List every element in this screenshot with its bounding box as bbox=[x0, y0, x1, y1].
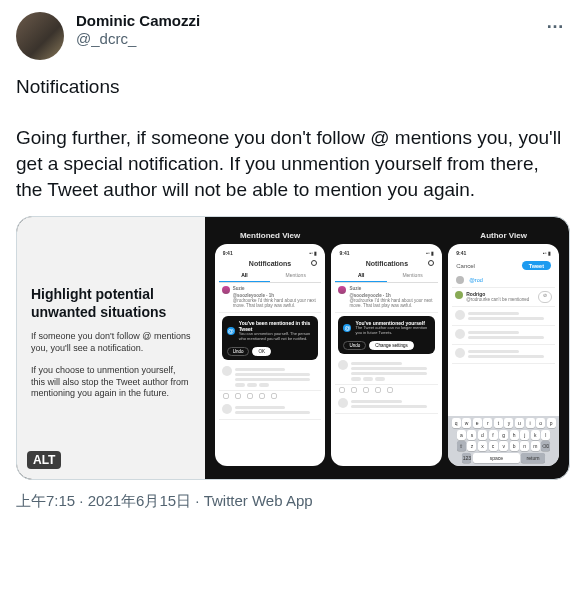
unmention-banner: @You've unmentioned yourselfThe Tweet au… bbox=[338, 316, 435, 355]
display-name: Dominic Camozzi bbox=[76, 12, 546, 30]
column-label: Author View bbox=[480, 231, 527, 240]
column-label bbox=[386, 231, 388, 240]
phone-column-mentioned-1: Mentioned View 9:41▪▫ ▮ Notifications Al… bbox=[215, 231, 326, 466]
media-card[interactable]: Highlight potential unwanted situations … bbox=[16, 216, 570, 480]
tweet-container: Dominic Camozzi @_dcrc_ … Notifications … bbox=[0, 0, 586, 523]
tweet-date[interactable]: 2021年6月15日 bbox=[75, 492, 191, 509]
tweet-source[interactable]: Twitter Web App bbox=[191, 492, 312, 509]
blocked-pill: ⊘ bbox=[538, 291, 552, 302]
tweet-time[interactable]: 上午7:15 bbox=[16, 492, 75, 509]
compose-mention: @rod bbox=[467, 277, 483, 283]
status-time: 9:41 bbox=[223, 250, 233, 256]
promo-paragraph: If you choose to unmention yourself, thi… bbox=[31, 365, 191, 400]
key-123: 123 bbox=[462, 453, 471, 463]
undo-button: Undo bbox=[227, 347, 250, 356]
phone-column-mentioned-2: 9:41▪▫ ▮ Notifications AllMentions Suzie… bbox=[331, 231, 442, 466]
mention-banner: @You've been mentioned in this TweetYou … bbox=[222, 316, 319, 361]
tab-mentions: Mentions bbox=[270, 269, 321, 282]
gear-icon bbox=[311, 260, 317, 266]
undo-button: Undo bbox=[343, 341, 366, 350]
promo-heading: Highlight potential unwanted situations bbox=[31, 286, 191, 321]
phone-column-author: Author View 9:41▪▫ ▮ CancelTweet @rod Ro… bbox=[448, 231, 559, 466]
more-icon[interactable]: … bbox=[546, 12, 570, 33]
promo-paragraph: If someone you don't follow @ mentions y… bbox=[31, 331, 191, 354]
notification-row: Suzie @soozleyoozle · 1h@rodrourke I'd t… bbox=[219, 283, 322, 313]
keyboard: qwertyuiop asdfghjkl ⇧zxcvbnm⌫ 123 space… bbox=[448, 416, 559, 466]
change-settings-button: Change settings bbox=[369, 341, 414, 350]
tweet-meta: 上午7:152021年6月15日Twitter Web App bbox=[16, 492, 570, 511]
key-space: space bbox=[473, 453, 520, 463]
at-icon: @ bbox=[227, 327, 235, 335]
phone-mockup: 9:41▪▫ ▮ Notifications AllMentions Suzie… bbox=[215, 244, 326, 466]
user-block[interactable]: Dominic Camozzi @_dcrc_ bbox=[76, 12, 546, 48]
column-label: Mentioned View bbox=[240, 231, 300, 240]
ok-button: OK bbox=[252, 347, 271, 356]
user-handle: @_dcrc_ bbox=[76, 30, 546, 48]
tab-all: All bbox=[219, 269, 270, 282]
avatar[interactable] bbox=[16, 12, 64, 60]
sample-avatar bbox=[222, 286, 230, 294]
key-return: return bbox=[521, 453, 544, 463]
phones-panel: Mentioned View 9:41▪▫ ▮ Notifications Al… bbox=[205, 217, 569, 479]
phone-mockup: 9:41▪▫ ▮ CancelTweet @rod Rodrigo@rodrou… bbox=[448, 244, 559, 466]
tweet-text: Notifications Going further, if someone … bbox=[16, 74, 570, 202]
status-signal-icon: ▪▫ ▮ bbox=[310, 250, 318, 256]
tweet-button: Tweet bbox=[522, 261, 551, 270]
screen-title: Notifications bbox=[249, 260, 291, 267]
at-icon: @ bbox=[343, 324, 351, 332]
tweet-header: Dominic Camozzi @_dcrc_ … bbox=[16, 12, 570, 60]
alt-badge[interactable]: ALT bbox=[27, 451, 61, 469]
gear-icon bbox=[428, 260, 434, 266]
promo-panel: Highlight potential unwanted situations … bbox=[17, 217, 205, 479]
cancel-button: Cancel bbox=[456, 263, 475, 269]
phone-mockup: 9:41▪▫ ▮ Notifications AllMentions Suzie… bbox=[331, 244, 442, 466]
